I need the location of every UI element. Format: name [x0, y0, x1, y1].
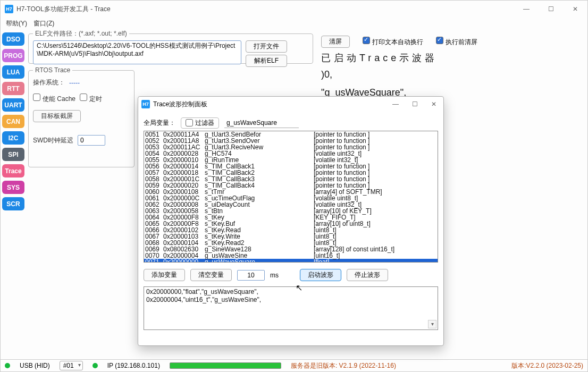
progress-bar	[170, 362, 281, 369]
dlg-minimize-icon[interactable]: —	[386, 100, 405, 108]
add-var-button[interactable]: 添加变量	[144, 269, 185, 281]
close-icon[interactable]: ✕	[563, 1, 587, 18]
maximize-icon[interactable]: ☐	[539, 1, 563, 18]
sidebar-item-rtt[interactable]: RTT	[2, 82, 24, 95]
dlg-title-text: Trace波形控制面板	[153, 100, 207, 109]
ip-led-icon	[93, 363, 98, 368]
sidebar-item-trace[interactable]: Trace	[2, 164, 24, 177]
server-version-label: 服务器是旧版本: V2.1.9 (2022-11-16)	[291, 361, 396, 370]
cache-label: 使能 Cache	[43, 95, 75, 103]
elf-legend: ELF文件路径：(*.axf; *.out; *.elf)	[33, 29, 129, 38]
dlg-icon: H7	[141, 100, 150, 108]
filter-checkbox[interactable]	[186, 119, 193, 126]
variable-listing[interactable]: 00510x200011A4g_tUart3.SendBefor[pointer…	[144, 131, 438, 263]
autowrap-label: 打印文本自动换行	[372, 38, 423, 46]
parse-elf-button[interactable]: 解析ELF	[246, 55, 287, 67]
sidebar-item-lua[interactable]: LUA	[2, 65, 24, 79]
clear-var-button[interactable]: 清空变量	[190, 269, 232, 281]
mouse-cursor-icon: ↖	[296, 283, 303, 293]
filter-input[interactable]	[224, 117, 299, 128]
rtos-legend: RTOS Trace	[33, 66, 72, 74]
trace-wave-dialog: H7 Trace波形控制面板 — ☐ ✕ 全局变量： 过滤器 00510x200…	[138, 96, 444, 346]
scroll-down-icon[interactable]: ▾	[428, 320, 436, 328]
interval-unit: ms	[270, 272, 279, 279]
status-bar: USB (HID) #01 IP (192.168.0.101) 服务器是旧版本…	[1, 359, 587, 371]
app-icon: H7	[5, 5, 13, 13]
interval-input[interactable]	[237, 270, 265, 281]
preclear-label: 执行前清屏	[446, 38, 477, 46]
window-title: H7-TOOL多功能开发工具 - Trace	[16, 5, 111, 14]
sidebar-item-spi[interactable]: SPI	[2, 148, 24, 161]
elf-path-input[interactable]: C:\Users\51246\Desktop\2.20\V6-TOOL的HSS模…	[33, 40, 241, 64]
timer-label: 定时	[89, 95, 102, 103]
stop-wave-button[interactable]: 停止波形	[347, 269, 388, 281]
screenshot-button[interactable]: 目标板截屏	[33, 110, 81, 122]
client-version-label: 版本:V2.2.0 (2023-02-25)	[511, 361, 583, 370]
minimize-icon[interactable]: —	[514, 1, 539, 18]
sidebar-item-uart[interactable]: UART	[2, 98, 24, 112]
autowrap-checkbox[interactable]	[363, 37, 370, 44]
index-combo[interactable]: #01	[60, 361, 83, 370]
filter-label: 过滤器	[195, 119, 214, 128]
usb-label: USB (HID)	[20, 362, 50, 369]
sidebar-item-prog[interactable]: PROG	[2, 49, 24, 62]
timer-checkbox[interactable]	[80, 94, 87, 101]
table-row[interactable]: 00710x20000000g_usWaveSquare[float]	[144, 259, 438, 263]
menu-window[interactable]: 窗口(Z)	[33, 19, 54, 28]
sidebar-item-sys[interactable]: SYS	[2, 181, 24, 194]
sidebar-item-i2c[interactable]: I2C	[2, 131, 24, 145]
rtos-group: RTOS Trace 操作系统：----- 使能 Cache 定时 目标板截屏 …	[28, 66, 135, 167]
menu-help[interactable]: 帮助(Y)	[6, 19, 27, 28]
preclear-checkbox[interactable]	[436, 37, 443, 44]
swd-label: SWD时钟延迟	[33, 136, 73, 145]
sidebar-item-can[interactable]: CAN	[2, 115, 24, 128]
output-box[interactable]: 0x20000000,"float","g_usWaveSquare", 0x2…	[144, 286, 438, 330]
cache-checkbox[interactable]	[33, 94, 40, 101]
ip-label: IP (192.168.0.101)	[107, 362, 160, 369]
clear-button[interactable]: 清屏	[321, 36, 350, 48]
start-wave-button[interactable]: 启动波形	[300, 269, 341, 281]
os-label: 操作系统：	[33, 78, 65, 87]
global-var-label: 全局变量：	[144, 119, 175, 128]
elf-group: ELF文件路径：(*.axf; *.out; *.elf) C:\Users\5…	[28, 29, 313, 64]
usb-led-icon	[5, 363, 10, 368]
open-file-button[interactable]: 打开文件	[246, 40, 287, 53]
sidebar-item-dso[interactable]: DSO	[2, 32, 24, 46]
dlg-close-icon[interactable]: ✕	[424, 100, 443, 108]
swd-input[interactable]	[78, 135, 105, 146]
dlg-maximize-icon[interactable]: ☐	[405, 100, 424, 108]
os-value: -----	[69, 79, 80, 87]
sidebar-item-scr[interactable]: SCR	[2, 197, 24, 210]
